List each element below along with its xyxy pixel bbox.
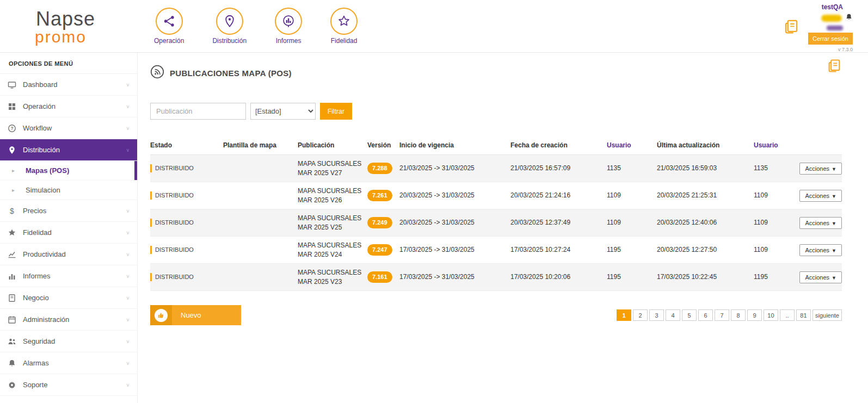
filter-row: [Estado] Filtrar	[150, 103, 842, 120]
app-version: v 7.3.0	[838, 47, 853, 52]
sidebar-item-label: Operación	[23, 102, 119, 110]
nuevo-button[interactable]: Nuevo	[150, 305, 241, 325]
page-button-7[interactable]: 7	[715, 309, 729, 321]
vigencia-value: 17/03/2025 -> 31/03/2025	[399, 245, 510, 254]
bell-icon[interactable]	[845, 13, 853, 23]
footer-row: Nuevo 1 2 3 4 5 6 7 8 9 10 .. 81 siguien…	[150, 305, 842, 325]
sidebar-item-seguridad[interactable]: Seguridad ∨	[0, 331, 137, 352]
page-button-81[interactable]: 81	[796, 309, 811, 321]
page-button-6[interactable]: 6	[698, 309, 713, 321]
calendar-icon	[8, 315, 16, 324]
actualizacion-value: 20/03/2025 12:40:06	[657, 218, 754, 227]
sidebar-item-mapas-pos[interactable]: ▸ Mapas (POS)	[0, 161, 137, 181]
col-usuario-actualizacion[interactable]: Usuario	[754, 137, 801, 154]
row-accent-bar	[150, 164, 152, 172]
page-title: PUBLICACIONES MAPA (POS)	[170, 69, 292, 78]
publicacion-value: MAPA SUCURSALES MAR 2025 V26	[298, 187, 367, 204]
user-block: testQA Cerrar sesión v 7.3.0	[808, 3, 853, 52]
estado-value: DISTRIBUIDO	[155, 246, 194, 254]
chevron-down-icon: ∨	[126, 295, 130, 301]
nav-item-operacion[interactable]: Operación	[154, 8, 184, 45]
grid-icon	[8, 102, 16, 111]
estado-value: DISTRIBUIDO	[155, 219, 194, 227]
publicacion-input[interactable]	[150, 103, 246, 120]
row-accent-bar	[150, 246, 152, 254]
page-button-1[interactable]: 1	[617, 309, 631, 321]
sidebar-item-productividad[interactable]: Productividad ∨	[0, 244, 137, 265]
creacion-value: 17/03/2025 10:20:06	[510, 272, 607, 281]
usuario-actualizacion-value: 1109	[754, 218, 801, 227]
sidebar-item-distribucion[interactable]: Distribución ∨	[0, 139, 137, 161]
creacion-value: 20/03/2025 12:37:49	[510, 218, 607, 227]
sidebar-item-simulacion[interactable]: ▸ Simulacion	[0, 181, 137, 200]
chevron-down-icon: ∨	[126, 82, 130, 88]
nav-item-fidelidad[interactable]: Fidelidad	[330, 8, 358, 45]
page-button-9[interactable]: 9	[747, 309, 762, 321]
main-nav: Operación Distribución Informes Fidelida…	[154, 8, 358, 45]
chevron-down-icon: ∨	[126, 126, 130, 131]
sidebar-item-label: Distribución	[23, 146, 119, 154]
sidebar-item-fidelidad[interactable]: Fidelidad ∨	[0, 222, 137, 244]
sidebar-item-negocio[interactable]: Negocio ∨	[0, 287, 137, 309]
version-badge: 7.261	[367, 190, 392, 201]
sidebar-item-workflow[interactable]: ? Workflow ∨	[0, 117, 137, 139]
page-button-8[interactable]: 8	[731, 309, 746, 321]
acciones-button[interactable]: Acciones▼	[799, 190, 842, 202]
page-button-2[interactable]: 2	[633, 309, 648, 321]
caret-down-icon: ▼	[832, 194, 836, 199]
col-version: Versión	[367, 137, 399, 154]
sidebar-item-label: Productividad	[23, 250, 119, 258]
col-usuario-creacion[interactable]: Usuario	[607, 137, 657, 154]
publicacion-value: MAPA SUCURSALES MAR 2025 V25	[298, 214, 367, 231]
chart-line-icon	[8, 250, 16, 259]
estado-value: DISTRIBUIDO	[155, 164, 194, 172]
sidebar-item-operacion[interactable]: Operación ∨	[0, 96, 137, 117]
acciones-button[interactable]: Acciones▼	[799, 271, 842, 283]
col-actualizacion: Última actualización	[657, 137, 754, 154]
table-row: DISTRIBUIDO MAPA SUCURSALES MAR 2025 V23…	[150, 264, 842, 291]
masked-user-badge	[821, 15, 842, 22]
actualizacion-value: 20/03/2025 12:27:50	[657, 245, 754, 254]
estado-select[interactable]: [Estado]	[250, 103, 316, 120]
sidebar-item-administracion[interactable]: Administración ∨	[0, 309, 137, 331]
sidebar-item-soporte[interactable]: Soporte ∨	[0, 374, 137, 396]
user-name: testQA	[822, 3, 843, 11]
page-button-3[interactable]: 3	[649, 309, 664, 321]
table-row: DISTRIBUIDO MAPA SUCURSALES MAR 2025 V27…	[150, 155, 842, 182]
sidebar-item-precios[interactable]: $ Precios ∨	[0, 200, 137, 222]
chevron-down-icon: ∨	[126, 274, 130, 279]
vigencia-value: 21/03/2025 -> 31/03/2025	[399, 164, 510, 172]
usuario-actualizacion-value: 1109	[754, 245, 801, 254]
table-header: Estado Plantilla de mapa Publicación Ver…	[150, 137, 842, 155]
sidebar-item-label: Alarmas	[23, 359, 119, 367]
nav-item-informes[interactable]: Informes	[275, 8, 302, 45]
filtrar-button[interactable]: Filtrar	[320, 103, 352, 120]
actualizacion-value: 17/03/2025 10:22:45	[657, 272, 754, 281]
nav-item-distribucion[interactable]: Distribución	[212, 8, 247, 45]
page-button-ellipsis[interactable]: ..	[780, 309, 795, 321]
row-accent-bar	[150, 273, 152, 281]
page-button-10[interactable]: 10	[764, 309, 778, 321]
page-button-siguiente[interactable]: siguiente	[812, 309, 842, 321]
sidebar-item-informes[interactable]: Informes ∨	[0, 265, 137, 287]
sidebar: OPCIONES DE MENÚ Dashboard ∨ Operación ∨…	[0, 53, 138, 403]
document-icon[interactable]	[783, 18, 799, 37]
document-icon[interactable]	[827, 58, 842, 76]
acciones-button[interactable]: Acciones▼	[799, 163, 842, 175]
sidebar-item-dashboard[interactable]: Dashboard ∨	[0, 74, 137, 96]
col-estado: Estado	[150, 137, 223, 154]
version-badge: 7.288	[367, 163, 392, 174]
page-button-5[interactable]: 5	[682, 309, 697, 321]
masked-user-info	[827, 26, 843, 30]
nav-label: Informes	[276, 37, 301, 45]
acciones-button[interactable]: Acciones▼	[799, 244, 842, 256]
logout-button[interactable]: Cerrar sesión	[808, 33, 853, 45]
chevron-down-icon: ∨	[126, 317, 130, 323]
sidebar-item-label: Workflow	[23, 124, 119, 132]
acciones-button[interactable]: Acciones▼	[799, 217, 842, 229]
chevron-down-icon: ∨	[126, 230, 130, 235]
caret-down-icon: ▼	[832, 221, 836, 226]
page-button-4[interactable]: 4	[666, 309, 680, 321]
chevron-down-icon: ∨	[126, 361, 130, 366]
sidebar-item-alarmas[interactable]: Alarmas ∨	[0, 352, 137, 374]
